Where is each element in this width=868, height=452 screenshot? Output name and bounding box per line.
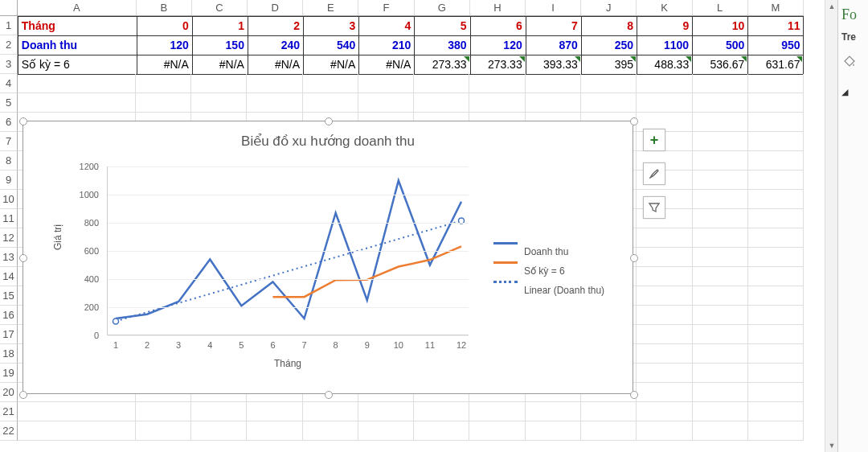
cell-M8[interactable] [748,151,804,171]
resize-handle-6[interactable] [325,391,333,399]
cell-I22[interactable] [526,421,581,441]
cell-G3[interactable]: 273.33 [414,55,470,75]
resize-handle-2[interactable] [630,117,638,125]
cell-M3[interactable]: 631.67 [747,55,804,75]
resize-handle-5[interactable] [19,391,27,399]
cell-H4[interactable] [469,74,525,93]
row-header-18[interactable]: 18 [0,344,18,364]
row-header-20[interactable]: 20 [0,383,18,402]
select-all-corner[interactable] [0,0,18,15]
cell-I21[interactable] [526,402,581,421]
cell-K5[interactable] [637,93,692,113]
y-axis-label[interactable]: Giá trị [52,224,63,250]
row-header-8[interactable]: 8 [0,151,18,171]
cell-J21[interactable] [581,402,637,421]
cell-M11[interactable] [748,209,804,228]
cell-F22[interactable] [358,421,414,441]
resize-handle-1[interactable] [325,117,333,125]
cell-M1[interactable]: 11 [747,16,804,36]
row-header-17[interactable]: 17 [0,325,18,344]
cell-M16[interactable] [748,306,804,325]
cell-L10[interactable] [693,190,748,209]
cell-L15[interactable] [693,286,748,306]
cell-B4[interactable] [136,74,191,93]
cell-M12[interactable] [748,228,804,248]
cell-L2[interactable]: 500 [692,35,748,55]
cell-D5[interactable] [247,93,302,113]
cell-M4[interactable] [748,74,804,93]
cell-G5[interactable] [414,93,469,113]
chart-object[interactable]: Biểu đồ xu hướng doanh thu Giá trị 02004… [23,121,633,394]
cell-E3[interactable]: #N/A [303,55,359,75]
legend-item-0[interactable]: Doanh thu [493,242,604,261]
cell-F5[interactable] [358,93,414,113]
cell-D21[interactable] [247,402,302,421]
cell-E5[interactable] [303,93,358,113]
cell-M19[interactable] [748,364,804,383]
vertical-scrollbar[interactable]: ▲ ▼ [825,0,837,452]
column-header-L[interactable]: L [693,0,748,15]
resize-handle-3[interactable] [19,254,27,262]
cell-F3[interactable]: #N/A [358,55,415,75]
cell-L22[interactable] [693,421,748,441]
cell-D3[interactable]: #N/A [248,55,304,75]
cell-K22[interactable] [637,421,692,441]
cell-L1[interactable]: 10 [692,16,748,36]
cell-K13[interactable] [637,248,692,267]
cell-C21[interactable] [191,402,247,421]
row-header-7[interactable]: 7 [0,132,18,151]
cell-K20[interactable] [637,383,692,402]
cell-L12[interactable] [693,228,748,248]
chart-title[interactable]: Biểu đồ xu hướng doanh thu [23,121,633,150]
cell-L13[interactable] [693,248,748,267]
cell-M21[interactable] [748,402,804,421]
cell-B3[interactable]: #N/A [137,55,193,75]
cell-M13[interactable] [748,248,804,267]
cell-G1[interactable]: 5 [414,16,470,36]
row-header-19[interactable]: 19 [0,364,18,383]
format-pane[interactable]: Fo Tre ◢ [837,0,868,452]
resize-handle-4[interactable] [630,254,638,262]
cell-L14[interactable] [693,267,748,286]
cell-C2[interactable]: 150 [192,35,248,55]
scroll-track[interactable] [825,13,837,439]
resize-handle-0[interactable] [19,117,27,125]
cell-L16[interactable] [693,306,748,325]
row-header-21[interactable]: 21 [0,402,18,421]
cell-M15[interactable] [748,286,804,306]
cell-M5[interactable] [748,93,804,113]
cell-K19[interactable] [637,364,692,383]
chart-styles-button[interactable] [643,162,665,185]
scroll-down-button[interactable]: ▼ [825,439,838,452]
cell-I4[interactable] [526,74,581,93]
cell-M18[interactable] [748,344,804,364]
cell-L20[interactable] [693,383,748,402]
row-header-11[interactable]: 11 [0,209,18,228]
cell-E2[interactable]: 540 [303,35,359,55]
cell-F21[interactable] [358,402,414,421]
cell-H21[interactable] [469,402,525,421]
cell-A22[interactable] [18,421,136,441]
cell-A5[interactable] [18,93,136,113]
cell-C1[interactable]: 1 [192,16,248,36]
cell-C4[interactable] [191,74,247,93]
cell-B5[interactable] [136,93,191,113]
cell-K16[interactable] [637,306,692,325]
cell-K4[interactable] [637,74,692,93]
column-header-K[interactable]: K [637,0,692,15]
legend-item-1[interactable]: Số kỳ = 6 [493,261,604,281]
cell-M22[interactable] [748,421,804,441]
cell-F1[interactable]: 4 [358,16,415,36]
cell-C22[interactable] [191,421,247,441]
cell-J3[interactable]: 395 [581,55,637,75]
cell-L8[interactable] [693,151,748,171]
cell-A21[interactable] [18,402,136,421]
row-header-15[interactable]: 15 [0,286,18,306]
cell-A3[interactable]: Số kỳ = 6 [18,55,137,75]
cell-K12[interactable] [637,228,692,248]
column-header-J[interactable]: J [581,0,637,15]
cell-M20[interactable] [748,383,804,402]
legend-item-2[interactable]: Linear (Doanh thu) [493,281,604,300]
cell-L11[interactable] [693,209,748,228]
cell-H22[interactable] [469,421,525,441]
